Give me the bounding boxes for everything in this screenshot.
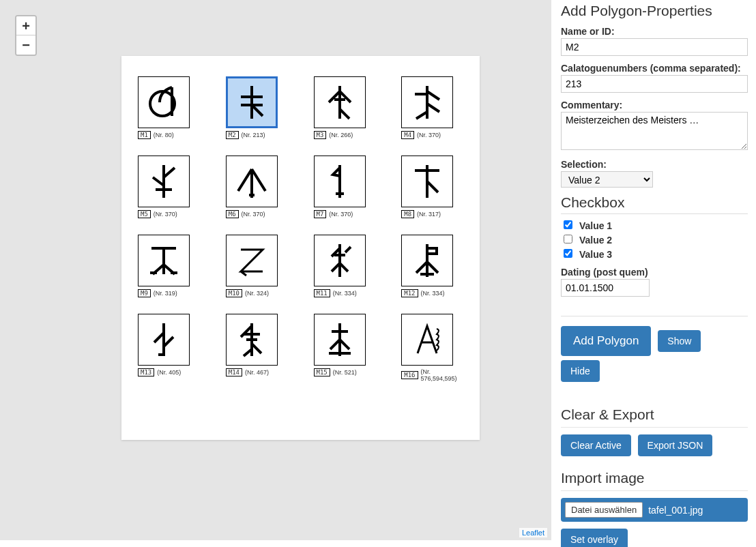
mark-cell[interactable]: M11(Nr. 334): [314, 235, 376, 297]
commentary-textarea[interactable]: [561, 112, 748, 150]
mark-box[interactable]: [401, 156, 453, 207]
mark-nr: (Nr. 80): [154, 132, 174, 138]
mark-nr: (Nr. 334): [421, 290, 445, 297]
mark-nr: (Nr. 334): [333, 290, 357, 297]
mark-cell[interactable]: M3(Nr. 266): [314, 76, 376, 139]
mark-nr: (Nr. 467): [245, 369, 269, 376]
zoom-in-button[interactable]: +: [16, 16, 35, 35]
form-heading: Add Polygon-Properties: [561, 3, 748, 19]
mark-id: M12: [401, 289, 418, 297]
mark-id: M4: [401, 131, 414, 139]
name-input[interactable]: [561, 38, 748, 56]
mark-box[interactable]: [138, 235, 190, 286]
checkbox-input[interactable]: [564, 220, 572, 229]
mark-nr: (Nr. 266): [329, 132, 353, 138]
checkbox-row: Value 1: [561, 218, 748, 231]
mark-box[interactable]: [314, 76, 366, 128]
mark-caption: M14(Nr. 467): [226, 368, 288, 376]
hide-button[interactable]: Hide: [561, 360, 600, 382]
mark-box[interactable]: [226, 314, 278, 366]
mark-cell[interactable]: M2(Nr. 213): [226, 76, 288, 139]
mark-caption: M6(Nr. 370): [226, 210, 288, 218]
export-json-button[interactable]: Export JSON: [638, 434, 713, 456]
mark-cell[interactable]: M4(Nr. 370): [401, 76, 463, 139]
mark-box[interactable]: [138, 76, 190, 128]
dating-label: Dating (post quem): [561, 267, 748, 278]
map-viewport[interactable]: + − M1(Nr. 80)M2(Nr. 213)M3(Nr. 266)M4(N…: [0, 0, 551, 540]
mark-box[interactable]: [138, 314, 190, 366]
checkbox-input[interactable]: [564, 249, 572, 258]
checkbox-label[interactable]: Value 2: [561, 235, 612, 246]
mark-nr: (Nr. 319): [154, 290, 177, 297]
set-overlay-button[interactable]: Set overlay: [561, 529, 628, 547]
mark-caption: M16(Nr. 576,594,595): [401, 368, 463, 382]
mark-id: M7: [314, 210, 327, 218]
mark-id: M8: [401, 210, 414, 218]
mark-caption: M5(Nr. 370): [138, 210, 200, 218]
file-choose-button[interactable]: Datei auswählen: [565, 502, 643, 518]
mark-caption: M2(Nr. 213): [226, 131, 288, 139]
mark-caption: M13(Nr. 405): [138, 368, 200, 376]
image-sheet: M1(Nr. 80)M2(Nr. 213)M3(Nr. 266)M4(Nr. 3…: [121, 56, 480, 440]
mark-nr: (Nr. 213): [242, 132, 265, 138]
add-polygon-button[interactable]: Add Polygon: [561, 326, 651, 356]
mark-box[interactable]: [401, 314, 453, 366]
clear-export-heading: Clear & Export: [561, 406, 748, 428]
mark-box[interactable]: [226, 156, 278, 207]
mark-nr: (Nr. 370): [329, 211, 353, 218]
mark-box[interactable]: [314, 156, 366, 207]
mark-caption: M8(Nr. 317): [401, 210, 463, 218]
mark-box[interactable]: [314, 235, 366, 286]
mark-cell[interactable]: M1(Nr. 80): [138, 76, 200, 139]
mark-cell[interactable]: M7(Nr. 370): [314, 156, 376, 218]
mark-id: M16: [401, 371, 418, 379]
checkbox-label[interactable]: Value 1: [561, 220, 612, 231]
clear-active-button[interactable]: Clear Active: [561, 434, 631, 456]
mark-box[interactable]: [401, 76, 453, 128]
divider: [561, 316, 748, 316]
checkbox-row: Value 2: [561, 233, 748, 246]
mark-cell[interactable]: M8(Nr. 317): [401, 156, 463, 218]
mark-caption: M3(Nr. 266): [314, 131, 376, 139]
mark-caption: M1(Nr. 80): [138, 131, 200, 139]
mark-cell[interactable]: M6(Nr. 370): [226, 156, 288, 218]
mark-id: M14: [226, 368, 242, 376]
zoom-out-button[interactable]: −: [16, 35, 35, 55]
commentary-label: Commentary:: [561, 100, 748, 110]
mark-cell[interactable]: M15(Nr. 521): [314, 314, 376, 382]
mark-caption: M4(Nr. 370): [401, 131, 463, 139]
sidebar: Add Polygon-Properties Name or ID: Calat…: [558, 0, 756, 547]
mark-box[interactable]: [314, 314, 366, 366]
mark-caption: M10(Nr. 324): [226, 289, 288, 297]
mark-cell[interactable]: M13(Nr. 405): [138, 314, 200, 382]
mark-box[interactable]: [226, 76, 278, 128]
mark-cell[interactable]: M14(Nr. 467): [226, 314, 288, 382]
dating-input[interactable]: [561, 279, 650, 297]
file-input-row[interactable]: Datei auswählen tafel_001.jpg: [561, 498, 748, 522]
mark-cell[interactable]: M5(Nr. 370): [138, 156, 200, 218]
mark-caption: M9(Nr. 319): [138, 289, 200, 297]
show-button[interactable]: Show: [658, 330, 701, 352]
checkbox-label[interactable]: Value 3: [561, 249, 612, 260]
mark-id: M5: [138, 210, 151, 218]
mark-nr: (Nr. 370): [417, 132, 441, 138]
mark-cell[interactable]: M10(Nr. 324): [226, 235, 288, 297]
mark-nr: (Nr. 317): [417, 211, 441, 218]
leaflet-attribution[interactable]: Leaflet: [519, 528, 547, 537]
selection-label: Selection:: [561, 159, 748, 170]
mark-box[interactable]: [138, 156, 190, 207]
mark-box[interactable]: [226, 235, 278, 286]
checkbox-input[interactable]: [564, 235, 572, 243]
import-image-heading: Import image: [561, 470, 748, 491]
mark-caption: M15(Nr. 521): [314, 368, 376, 376]
checkbox-row: Value 3: [561, 247, 748, 260]
mark-id: M3: [314, 131, 327, 139]
mark-cell[interactable]: M12(Nr. 334): [401, 235, 463, 297]
catnum-input[interactable]: [561, 75, 748, 93]
mark-box[interactable]: [401, 235, 453, 286]
mark-cell[interactable]: M9(Nr. 319): [138, 235, 200, 297]
mark-cell[interactable]: M16(Nr. 576,594,595): [401, 314, 463, 382]
mark-id: M11: [314, 289, 330, 297]
mark-id: M9: [138, 289, 151, 297]
selection-select[interactable]: Value 2: [561, 171, 653, 188]
